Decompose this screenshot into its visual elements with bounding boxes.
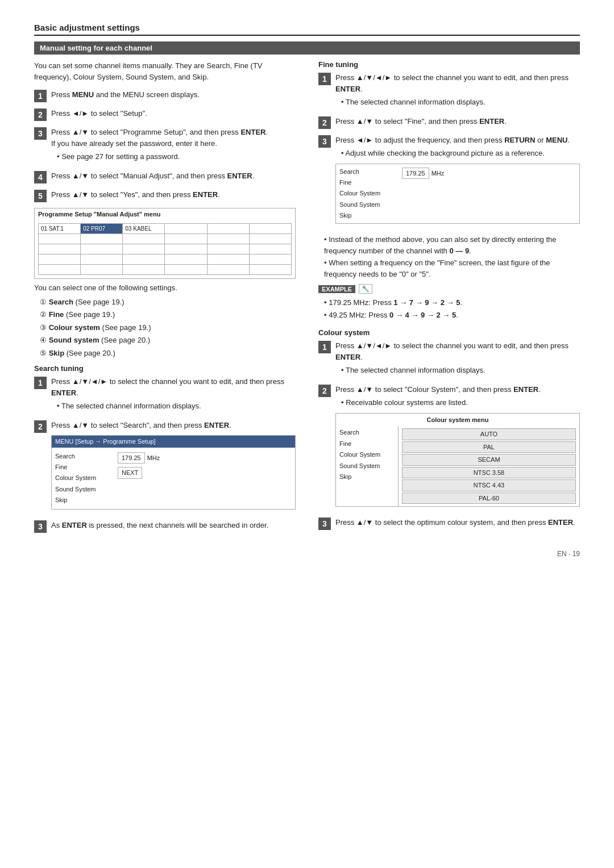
section-header: Manual setting for each channel [34,41,580,55]
page-wrapper: Basic adjustment settings Manual setting… [34,23,580,558]
table-cell [249,223,291,233]
programme-table-box: Programme Setup "Manual Adjust" menu 01 … [34,208,296,279]
search-menu-box: MENU [Setup → Programme Setup] Search Fi… [51,435,296,510]
step-4: 4 Press ▲/▼ to select "Manual Adjust", a… [34,170,296,183]
page-footer: EN · 19 [34,550,580,558]
table-cell: 02 PR07 [81,223,123,233]
colour-step-2-content: Press ▲/▼ to select "Colour System", and… [335,384,580,512]
list-item: ③ Colour system (See page 19.) [40,322,296,333]
search-step-2-num: 2 [34,420,47,433]
table-cell [39,254,81,264]
page-title-section: Basic adjustment settings [34,23,580,36]
search-step-3-num: 3 [34,520,47,533]
fine-step-3-bullet: Adjust while checking the background pic… [341,148,580,159]
colour-step-2-bullet: Receivable colour systems are listed. [341,397,580,408]
fine-extra-bullets: Instead of the method above, you can als… [324,234,580,279]
table-cell [207,223,249,233]
table-row [39,233,292,244]
fine-extra-bullet-2: When setting a frequency on the "Fine" s… [324,257,580,279]
search-step-1-content: Press ▲/▼/◄/► to select the channel you … [51,376,296,414]
colour-menu-row-sound: Sound System [339,461,395,471]
search-step-1-bullets: The selected channel information display… [57,400,296,412]
fine-step-1-num: 1 [318,73,331,85]
colour-step-1-num: 1 [318,341,331,353]
step-5-num: 5 [34,190,47,202]
colour-menu-row-colour: Colour System [339,449,395,460]
search-freq-field: 179.25 MHz [118,452,292,464]
fine-freq-value: 179.25 [402,168,429,180]
fine-menu-body: Search Fine Colour System Sound System S… [336,164,579,224]
table-row: 01 SAT.1 02 PR07 03 KABEL [39,223,292,233]
colour-menu-right: AUTO PAL SECAM NTSC 3.58 NTSC 4.43 PAL-6… [399,426,579,506]
table-cell [123,244,165,254]
search-step-1: 1 Press ▲/▼/◄/► to select the channel yo… [34,376,296,414]
search-menu-right: 179.25 MHz NEXT [114,450,295,507]
table-cell [123,233,165,244]
fine-menu-row-colour: Colour System [339,188,395,199]
table-cell [249,254,291,264]
table-cell [165,244,207,254]
colour-menu-row-skip: Skip [339,471,395,482]
colour-step-2-bullets: Receivable colour systems are listed. [341,397,580,408]
menu-row-fine: Fine [55,462,111,473]
table-cell [165,254,207,264]
search-next-field: NEXT [118,467,292,479]
menu-row-sound: Sound System [55,484,111,495]
table-cell [123,264,165,274]
right-column: Fine tuning 1 Press ▲/▼/◄/► to select th… [318,60,580,539]
table-cell [249,244,291,254]
colour-step-3: 3 Press ▲/▼ to select the optimum colour… [318,517,580,530]
colour-option-ntsc358: NTSC 3.58 [402,467,576,479]
fine-step-2: 2 Press ▲/▼ to select "Fine", and then p… [318,116,580,129]
step-1: 1 Press MENU and the MENU screen display… [34,89,296,102]
table-cell [81,254,123,264]
table-cell [249,233,291,244]
example-bullet-2: 49.25 MHz: Press 0 → 4 → 9 → 2 → 5. [324,310,580,321]
list-item: ① Search (See page 19.) [40,297,296,308]
colour-menu-row-fine: Fine [339,439,395,449]
page-title: Basic adjustment settings [34,23,140,32]
fine-step-3-content: Press ◄/► to adjust the frequency, and t… [335,135,580,229]
intro-text: You can set some channel items manually.… [34,60,296,82]
programme-table: 01 SAT.1 02 PR07 03 KABEL [38,223,292,275]
table-cell [39,244,81,254]
search-freq-unit: MHz [147,453,160,463]
fine-menu-row-search: Search [339,166,395,177]
left-column: You can set some channel items manually.… [34,60,296,539]
fine-step-1-bullet: The selected channel information display… [341,97,580,108]
table-cell: 01 SAT.1 [39,223,81,233]
example-icon: 🔧 [359,284,372,294]
menu-row-colour: Colour System [55,473,111,483]
fine-menu-box: Search Fine Colour System Sound System S… [335,164,580,224]
colour-step-1: 1 Press ▲/▼/◄/► to select the channel yo… [318,340,580,378]
table-row [39,244,292,254]
step-3-bullet-1: See page 27 for setting a password. [57,151,296,162]
fine-step-3-num: 3 [318,135,331,148]
search-step-3-content: As ENTER is pressed, the next channels w… [51,520,296,531]
you-can-select: You can select one of the following sett… [34,283,296,292]
search-menu-body: Search Fine Colour System Sound System S… [52,448,295,510]
step-2: 2 Press ◄/► to select "Setup". [34,108,296,121]
table-cell [207,233,249,244]
colour-step-1-bullets: The selected channel information display… [341,365,580,376]
table-cell [165,233,207,244]
fine-step-2-num: 2 [318,116,331,129]
list-item: ⑤ Skip (See page 20.) [40,348,296,359]
step-1-num: 1 [34,90,47,102]
example-label: EXAMPLE [318,285,355,293]
colour-option-auto: AUTO [402,428,576,440]
search-next-btn: NEXT [118,467,142,479]
fine-freq-field: 179.25 MHz [402,168,576,180]
table-cell [123,254,165,264]
colour-menu-header: Colour system menu [336,414,579,427]
table-cell [207,254,249,264]
table-cell [81,264,123,274]
step-5-content: Press ▲/▼ to select "Yes", and then pres… [51,189,296,201]
table-cell [81,244,123,254]
fine-menu-row-fine: Fine [339,177,395,188]
step-2-num: 2 [34,108,47,121]
step-1-bold: MENU [72,90,94,99]
table-cell [165,223,207,233]
colour-menu-box: Colour system menu Search Fine Colour Sy… [335,413,580,507]
table-cell [39,233,81,244]
